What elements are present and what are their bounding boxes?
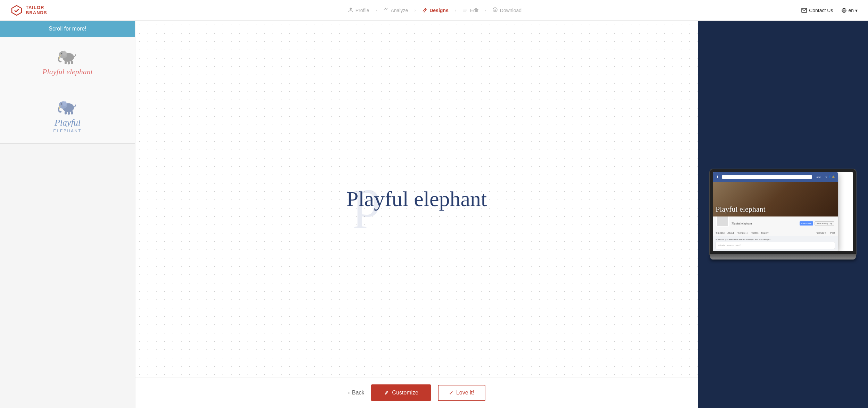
nav-right: Contact Us en ▾	[801, 8, 858, 13]
fb-post-box[interactable]: What's on your mind?	[716, 242, 835, 249]
fb-body: When did you attend Bacalak Academy of A…	[713, 236, 838, 251]
fb-question: When did you attend Bacalak Academy of A…	[716, 238, 835, 240]
nav-step-edit-label: Edit	[470, 8, 478, 13]
profile-icon	[348, 7, 353, 14]
fb-nav-tabs: Timeline About Friends 10 Photos More ▾ …	[713, 230, 838, 236]
svg-rect-24	[71, 111, 73, 114]
fb-cover-photo: Playful elephant	[713, 182, 838, 216]
right-panel: f Home ⚙ 👤 🔔 Playful elephant	[698, 21, 868, 408]
fb-page-name-label: Playful elephant	[732, 222, 752, 225]
svg-rect-16	[68, 61, 70, 64]
fb-tab-more[interactable]: More ▾	[761, 232, 769, 235]
sidebar: Scroll for more!	[0, 21, 135, 408]
back-label: Back	[352, 390, 365, 396]
svg-rect-4	[463, 10, 467, 10]
fb-friends-button[interactable]: Friends ▾	[816, 232, 826, 235]
contact-us-label: Contact Us	[809, 8, 833, 13]
svg-point-20	[62, 101, 67, 106]
fb-header: f Home ⚙ 👤 🔔	[713, 172, 838, 182]
svg-point-21	[61, 103, 62, 104]
svg-rect-3	[463, 9, 467, 9]
scroll-banner: Scroll for more!	[0, 21, 135, 37]
chevron-2: ›	[414, 8, 416, 13]
svg-point-1	[385, 8, 386, 9]
nav-step-analyze-label: Analyze	[391, 8, 408, 13]
fb-post-button[interactable]: Post	[830, 232, 835, 235]
download-icon	[492, 7, 498, 14]
tailor-brands-icon	[10, 4, 23, 17]
svg-rect-15	[65, 61, 67, 64]
nav-step-profile[interactable]: Profile	[342, 7, 375, 14]
nav-step-analyze[interactable]: Analyze	[377, 7, 414, 14]
elephant-icon-1	[57, 47, 78, 65]
logo-1-name: Playful elephant	[42, 67, 93, 76]
lang-label: en	[848, 8, 854, 13]
fb-activity-log-button[interactable]: View Activity Log	[815, 221, 834, 226]
chevron-4: ›	[485, 8, 486, 13]
logo-2-name-line1: Playful	[55, 118, 81, 128]
customize-button[interactable]: Customize	[371, 384, 431, 401]
checkmark-icon: ✓	[449, 390, 453, 396]
elephant-icon-2	[57, 97, 78, 115]
buttons-row: ‹ Back Customize ✓ Love it!	[135, 377, 698, 408]
edit-icon	[462, 7, 468, 14]
svg-point-14	[61, 53, 62, 54]
svg-point-0	[350, 8, 352, 10]
designs-icon	[422, 7, 427, 14]
chevron-3: ›	[455, 8, 456, 13]
fb-tab-friends[interactable]: Friends 10	[737, 232, 748, 235]
fb-tab-photos[interactable]: Photos	[751, 232, 759, 235]
svg-rect-17	[71, 61, 73, 64]
chevron-1: ›	[375, 8, 377, 13]
fb-avatar-area: Playful elephant Edit Profile View Activ…	[713, 216, 838, 230]
nav-step-download-label: Download	[500, 8, 521, 13]
logo[interactable]: TAILOR BRANDS	[10, 4, 47, 17]
back-button[interactable]: ‹ Back	[348, 390, 364, 396]
nav-step-edit[interactable]: Edit	[457, 7, 484, 14]
main-brand-name: Playful elephant	[347, 187, 487, 211]
laptop-screen: f Home ⚙ 👤 🔔 Playful elephant	[710, 169, 856, 254]
analyze-icon	[383, 7, 389, 14]
fb-tab-timeline[interactable]: Timeline	[716, 232, 725, 235]
love-label: Love it!	[456, 390, 474, 396]
fb-name: Playful elephant	[732, 222, 752, 225]
pencil-icon	[384, 389, 389, 396]
nav-steps: Profile › Analyze › Designs › Edit ›	[68, 7, 802, 14]
main-logo-display: p Playful elephant	[149, 35, 684, 363]
laptop-base	[710, 254, 856, 260]
svg-rect-23	[68, 112, 70, 114]
logo-card-1[interactable]: Playful elephant	[0, 37, 135, 87]
nav-step-designs[interactable]: Designs	[416, 7, 454, 14]
center-area: p Playful elephant ‹ Back Customize	[135, 21, 698, 408]
dotted-background: p Playful elephant	[135, 21, 698, 377]
fb-cover-title: Playful elephant	[716, 205, 766, 214]
logo-brands: BRANDS	[26, 10, 47, 15]
laptop-mockup: f Home ⚙ 👤 🔔 Playful elephant	[710, 169, 856, 260]
love-it-button[interactable]: ✓ Love it!	[438, 385, 485, 401]
contact-us-button[interactable]: Contact Us	[801, 8, 833, 13]
nav-step-designs-label: Designs	[429, 8, 448, 13]
fb-tab-about[interactable]: About	[727, 232, 734, 235]
customize-label: Customize	[392, 390, 418, 396]
main-logo-group: p Playful elephant	[347, 187, 487, 211]
nav-step-download[interactable]: Download	[487, 7, 527, 14]
fb-edit-profile-button[interactable]: Edit Profile	[800, 221, 813, 226]
logo-card-2[interactable]: Playful ELEPHANT	[0, 87, 135, 144]
laptop-screen-inner: f Home ⚙ 👤 🔔 Playful elephant	[713, 172, 853, 251]
logo-2-name-line2: ELEPHANT	[53, 129, 82, 133]
envelope-icon	[801, 8, 807, 13]
logo-tailor: TAILOR	[26, 5, 47, 10]
svg-rect-22	[65, 111, 67, 114]
lang-chevron-icon: ▾	[855, 8, 858, 13]
facebook-mockup: f Home ⚙ 👤 🔔 Playful elephant	[713, 172, 838, 251]
globe-icon	[841, 8, 847, 13]
svg-point-13	[62, 51, 67, 56]
svg-rect-5	[463, 11, 466, 11]
navbar: TAILOR BRANDS Profile › Analyze › Design…	[0, 0, 868, 21]
back-arrow-icon: ‹	[348, 390, 350, 396]
language-selector[interactable]: en ▾	[841, 8, 858, 13]
nav-step-profile-label: Profile	[356, 8, 369, 13]
